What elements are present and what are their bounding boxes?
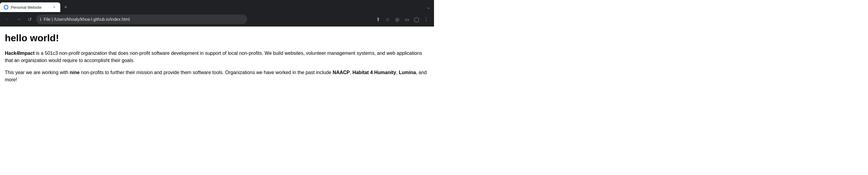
- para1-italic: non-profit organization: [59, 50, 107, 56]
- back-button[interactable]: ←: [4, 15, 12, 24]
- para2-bold-nine: nine: [70, 70, 80, 75]
- page-heading: hello world!: [5, 33, 429, 44]
- reload-button[interactable]: ↺: [25, 15, 34, 24]
- paragraph-1: Hack4Impact is a 501c3 non-profit organi…: [5, 50, 429, 64]
- brand-name: Hack4Impact: [5, 50, 35, 56]
- extension-button[interactable]: ◎: [393, 15, 401, 24]
- toolbar-right: ⬆ ☆ ◎ ▭ ◯ ⋮: [374, 15, 430, 24]
- tab-close-button[interactable]: ×: [52, 5, 57, 10]
- forward-button[interactable]: →: [14, 15, 23, 24]
- address-bar[interactable]: ℹ File | /Users/khoaly/khoa-l.github.io/…: [36, 14, 247, 24]
- tab-favicon-inner: [4, 6, 7, 9]
- menu-button[interactable]: ⋮: [422, 15, 430, 24]
- bookmark-button[interactable]: ☆: [383, 15, 392, 24]
- profile-button[interactable]: ◯: [412, 15, 421, 24]
- para2-habitat: Habitat 4 Humanity: [352, 70, 396, 75]
- para2-lumina: Lumina: [399, 70, 416, 75]
- tab-title: Personal Website: [11, 5, 50, 10]
- para1-plain1: is a 501c3: [35, 50, 59, 56]
- para2-plain1: This year we are working with: [5, 70, 70, 75]
- split-button[interactable]: ▭: [403, 15, 411, 24]
- share-button[interactable]: ⬆: [374, 15, 382, 24]
- browser-chrome: Personal Website × + ⌄ ← → ↺ ℹ File | /U…: [0, 0, 434, 27]
- para2-naacp: NAACP: [333, 70, 350, 75]
- maximize-icon: ⌄: [427, 5, 430, 10]
- paragraph-2: This year we are working with nine non-p…: [5, 69, 429, 83]
- address-info-icon: ℹ: [40, 17, 41, 22]
- tab-bar: Personal Website × + ⌄: [0, 0, 434, 12]
- para2-plain2: non-profits to further their mission and…: [80, 70, 333, 75]
- tab-favicon: [4, 5, 8, 10]
- address-url: File | /Users/khoaly/khoa-l.github.io/in…: [44, 17, 244, 22]
- new-tab-button[interactable]: +: [61, 3, 70, 11]
- tab-bar-right: ⌄: [427, 4, 434, 10]
- address-bar-row: ← → ↺ ℹ File | /Users/khoaly/khoa-l.gith…: [0, 12, 434, 27]
- page-content: hello world! Hack4Impact is a 501c3 non-…: [0, 27, 434, 162]
- para2-sep2: ,: [396, 70, 399, 75]
- active-tab[interactable]: Personal Website ×: [0, 2, 60, 12]
